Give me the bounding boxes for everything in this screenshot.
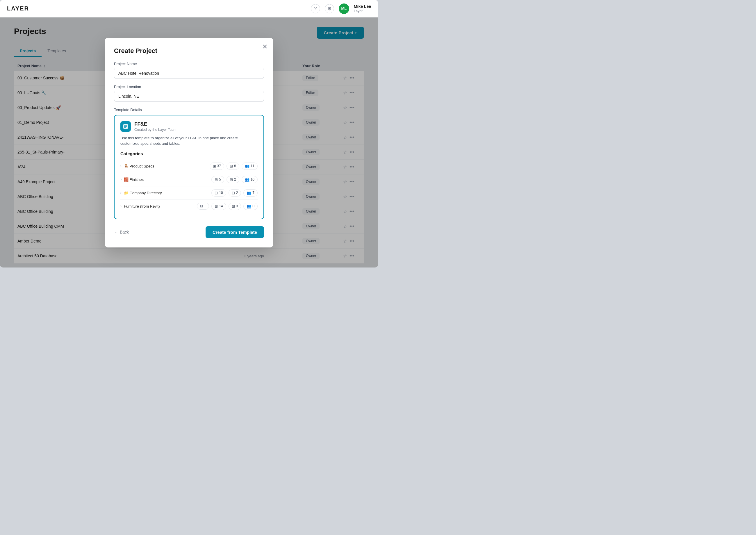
category-left: › Furniture (from Revit)	[120, 204, 160, 209]
badge-count: 7	[252, 191, 254, 195]
category-badge: ⊟ 8	[227, 162, 239, 170]
category-badge: ⊞ 10	[211, 189, 226, 197]
badge-icon: 👥	[245, 164, 249, 168]
settings-button[interactable]: ⚙	[325, 4, 334, 14]
category-badge: ⊟ 3	[229, 203, 241, 210]
category-left: › 🪑 Product Specs	[120, 164, 154, 168]
category-left: › 🧱 Finishes	[120, 177, 144, 182]
category-badges: ⊞ 37 ⊟ 8 👥 11	[210, 162, 258, 170]
category-chevron-icon[interactable]: ›	[120, 164, 122, 168]
badge-icon: ⊞	[214, 191, 218, 195]
badge-count: 0	[252, 204, 254, 208]
category-row: › 🪑 Product Specs ⊞ 37 ⊟ 8 👥 11	[120, 160, 258, 173]
main-content: Projects Create Project + Projects Templ…	[0, 17, 378, 268]
avatar: ML	[339, 4, 349, 14]
extra-badge: ⊡ +	[197, 203, 209, 210]
template-header: FF&E Created by the Layer Team	[120, 121, 258, 132]
category-badge: 👥 10	[242, 176, 258, 183]
project-location-label: Project Location	[114, 85, 264, 89]
user-name: Mike Lee	[354, 4, 371, 9]
header: LAYER ? ⚙ ML Mike Lee Layer	[0, 0, 378, 17]
category-left: › 📁 Company Directory	[120, 191, 162, 195]
category-badge: ⊞ 5	[211, 176, 224, 183]
template-info: FF&E Created by the Layer Team	[134, 121, 177, 132]
template-card: FF&E Created by the Layer Team Use this …	[114, 115, 264, 219]
category-badge: ⊟ 2	[229, 189, 241, 197]
badge-count: 14	[219, 204, 223, 208]
category-name: 🪑 Product Specs	[124, 164, 154, 168]
category-badge: 👥 7	[243, 189, 258, 197]
badge-icon: ⊞	[214, 177, 218, 182]
project-name-group: Project Name	[114, 62, 264, 79]
badge-count: 11	[251, 164, 254, 168]
category-badge: ⊞ 37	[210, 162, 224, 170]
template-description: Use this template to organize all of you…	[120, 135, 258, 147]
badge-count: 37	[217, 164, 221, 168]
category-row: › 🧱 Finishes ⊞ 5 ⊟ 2 👥 10	[120, 173, 258, 186]
category-row: › Furniture (from Revit) ⊡ + ⊞ 14 ⊟ 3 👥 …	[120, 200, 258, 213]
header-right: ? ⚙ ML Mike Lee Layer	[311, 4, 371, 14]
template-name: FF&E	[134, 121, 177, 127]
categories-container: › 🪑 Product Specs ⊞ 37 ⊟ 8 👥 11 › 🧱 Fini…	[120, 160, 258, 213]
create-project-modal: Create Project ✕ Project Name Project Lo…	[105, 38, 273, 247]
badge-icon: 👥	[247, 191, 251, 195]
app-logo: LAYER	[7, 5, 29, 12]
category-badges: ⊞ 10 ⊟ 2 👥 7	[211, 189, 258, 197]
category-row: › 📁 Company Directory ⊞ 10 ⊟ 2 👥 7	[120, 186, 258, 200]
badge-count: 2	[236, 191, 238, 195]
app-shell: LAYER ? ⚙ ML Mike Lee Layer Projects Cre…	[0, 0, 378, 268]
badge-icon: ⊟	[230, 164, 233, 168]
project-location-group: Project Location	[114, 85, 264, 102]
create-from-template-button[interactable]: Create from Template	[206, 226, 264, 238]
badge-count: 3	[236, 204, 238, 208]
modal-footer: ← Back Create from Template	[114, 226, 264, 238]
categories-title: Categories	[120, 151, 258, 156]
user-info: Mike Lee Layer	[354, 4, 371, 14]
template-details-label: Template Details	[114, 108, 264, 112]
help-button[interactable]: ?	[311, 4, 320, 14]
category-chevron-icon[interactable]: ›	[120, 177, 122, 182]
category-name: 📁 Company Directory	[124, 191, 162, 195]
badge-count: 5	[219, 177, 221, 182]
back-arrow-icon: ←	[114, 230, 118, 234]
badge-icon: ⊞	[213, 164, 216, 168]
badge-icon: ⊟	[232, 191, 235, 195]
badge-icon: ⊟	[232, 204, 235, 209]
template-icon	[120, 121, 131, 132]
badge-icon: ⊟	[230, 177, 233, 182]
modal-overlay: Create Project ✕ Project Name Project Lo…	[0, 17, 378, 268]
project-name-label: Project Name	[114, 62, 264, 66]
category-badge: 👥 0	[243, 203, 258, 210]
badge-count: 10	[251, 177, 254, 182]
category-badges: ⊡ + ⊞ 14 ⊟ 3 👥 0	[197, 203, 258, 210]
modal-close-button[interactable]: ✕	[262, 43, 267, 50]
modal-title: Create Project	[114, 47, 264, 55]
project-name-input[interactable]	[114, 68, 264, 79]
badge-count: 8	[234, 164, 236, 168]
badge-count: 2	[234, 177, 236, 182]
category-badge: 👥 11	[242, 162, 258, 170]
category-badge: ⊞ 14	[211, 203, 226, 210]
badge-icon: 👥	[245, 177, 249, 182]
badge-icon: ⊞	[214, 204, 218, 209]
category-badge: ⊟ 2	[227, 176, 239, 183]
template-details-section: Template Details	[114, 108, 264, 219]
badge-count: 10	[219, 191, 223, 195]
category-chevron-icon[interactable]: ›	[120, 204, 122, 208]
back-button[interactable]: ← Back	[114, 230, 129, 234]
badge-icon: 👥	[247, 204, 251, 209]
category-name: Furniture (from Revit)	[124, 204, 160, 209]
user-role: Layer	[354, 9, 371, 14]
template-creator: Created by the Layer Team	[134, 127, 177, 132]
category-badges: ⊞ 5 ⊟ 2 👥 10	[211, 176, 258, 183]
project-location-input[interactable]	[114, 91, 264, 102]
category-chevron-icon[interactable]: ›	[120, 191, 122, 195]
category-name: 🧱 Finishes	[124, 177, 144, 182]
